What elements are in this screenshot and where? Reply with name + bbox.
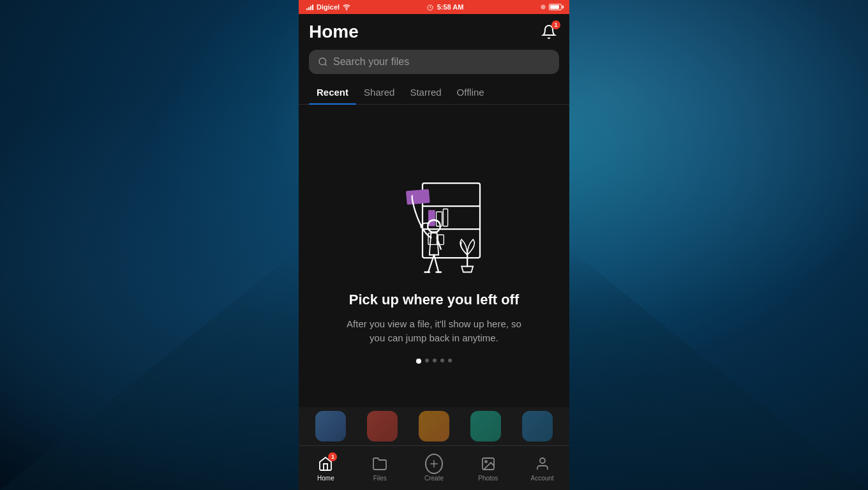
search-icon [318, 57, 328, 67]
tab-starred[interactable]: Starred [402, 82, 449, 104]
nav-item-photos[interactable]: Photos [461, 450, 515, 487]
bg-app-4 [470, 411, 501, 442]
dot-4 [440, 359, 444, 362]
create-icon-wrap [425, 455, 443, 473]
person-icon [535, 456, 550, 471]
image-icon [481, 456, 496, 471]
svg-point-17 [485, 461, 487, 463]
bell-badge: 1 [551, 20, 560, 29]
nav-item-account[interactable]: Account [515, 450, 569, 487]
svg-point-18 [540, 458, 545, 463]
notification-button[interactable]: 1 [539, 22, 559, 42]
main-content: Pick up where you left off After you vie… [299, 105, 569, 407]
tab-shared[interactable]: Shared [356, 82, 402, 104]
app-content: Home 1 Search your files Recent [299, 14, 569, 445]
svg-point-3 [319, 58, 326, 65]
empty-state-illustration [377, 148, 491, 276]
status-left: Digicel [306, 3, 350, 11]
bg-app-5 [522, 411, 553, 442]
dot-5 [448, 359, 452, 362]
svg-point-0 [347, 10, 347, 10]
dot-1 [416, 359, 421, 364]
files-icon-wrap [371, 455, 389, 473]
nav-item-create[interactable]: Create [407, 450, 461, 487]
photos-label: Photos [478, 475, 498, 482]
record-icon [540, 4, 546, 10]
svg-rect-7 [428, 211, 435, 226]
bg-app-3 [419, 411, 449, 442]
clock-icon [427, 4, 433, 11]
search-placeholder: Search your files [333, 56, 409, 68]
nav-item-files[interactable]: Files [353, 450, 407, 487]
svg-rect-12 [406, 189, 430, 205]
home-badge: 1 [328, 452, 337, 461]
create-label: Create [424, 475, 444, 482]
carrier-name: Digicel [317, 3, 340, 11]
folder-icon [372, 456, 387, 471]
empty-state-title: Pick up where you left off [349, 291, 519, 309]
pagination-dots [416, 359, 452, 364]
bg-app-2 [367, 411, 398, 442]
dot-2 [425, 359, 429, 362]
empty-state-subtitle: After you view a file, it'll show up her… [338, 317, 530, 346]
battery-icon [549, 4, 562, 10]
dot-3 [433, 359, 437, 362]
account-label: Account [531, 475, 554, 482]
phone-frame: Digicel 5:58 AM [299, 0, 569, 490]
files-label: Files [373, 475, 387, 482]
svg-rect-9 [443, 209, 447, 226]
account-icon-wrap [534, 455, 551, 473]
signal-icon [306, 4, 313, 10]
status-right [540, 4, 562, 10]
app-header: Home 1 [299, 14, 569, 47]
page-title: Home [309, 22, 359, 42]
home-icon-wrap: 1 [317, 455, 334, 473]
tab-recent[interactable]: Recent [309, 82, 356, 104]
tab-bar: Recent Shared Starred Offline [299, 82, 569, 105]
search-bar[interactable]: Search your files [309, 50, 559, 74]
svg-point-2 [541, 5, 546, 10]
bg-app-1 [315, 411, 346, 442]
bottom-navigation: 1 Home Files Create [299, 445, 569, 490]
status-bar: Digicel 5:58 AM [299, 0, 569, 14]
svg-rect-10 [428, 234, 437, 245]
tab-offline[interactable]: Offline [449, 82, 492, 104]
photos-icon-wrap [479, 455, 497, 473]
background-app-icons [299, 407, 569, 445]
home-label: Home [317, 475, 334, 482]
wifi-icon [343, 3, 350, 11]
nav-item-home[interactable]: 1 Home [299, 450, 353, 487]
status-time: 5:58 AM [427, 3, 464, 11]
plus-circle-icon [425, 454, 443, 474]
